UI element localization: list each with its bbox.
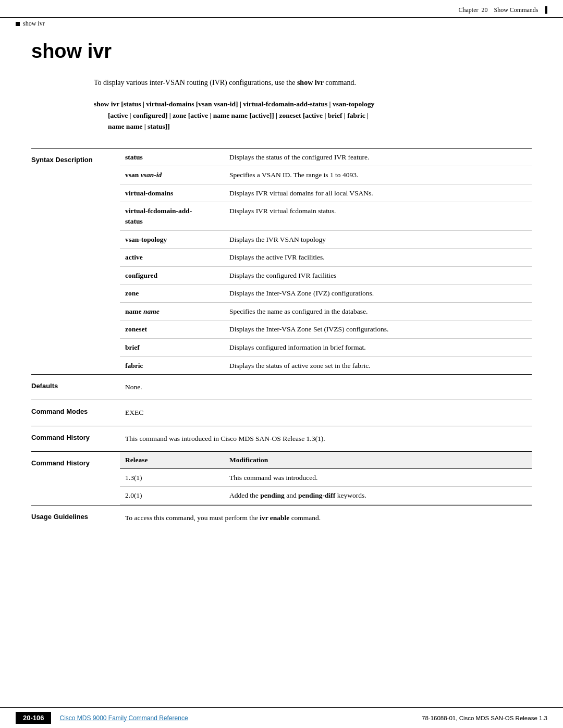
term-cell: brief (120, 338, 224, 356)
term-cell: zoneset (120, 320, 224, 339)
intro-paragraph: To display various inter-VSAN routing (I… (94, 77, 532, 88)
defaults-content: None. (120, 375, 532, 400)
term-cell: virtual-fcdomain-add-status (120, 202, 224, 230)
table-row: vsan-topology Displays the IVR VSAN topo… (120, 230, 532, 249)
usage-guidelines-command: ivr enable (260, 514, 289, 522)
command-history-simple-section: Command History This command was introdu… (31, 426, 532, 451)
desc-cell: Displays the Inter-VSA Zone (IVZ) config… (224, 285, 532, 303)
term-cell: zone (120, 285, 224, 303)
syntax-description-content: status Displays the status of the config… (120, 149, 532, 374)
syntax-description-label: Syntax Description (31, 149, 120, 374)
usage-guidelines-label: Usage Guidelines (31, 505, 120, 530)
desc-cell: Displays IVR virtual domains for all loc… (224, 184, 532, 202)
modification-cell: Added the pending and pending-diff keywo… (224, 487, 532, 505)
command-modes-content: EXEC (120, 400, 532, 425)
term-cell: vsan-topology (120, 230, 224, 249)
history-col-modification: Modification (224, 452, 532, 469)
modification-cell: This command was introduced. (224, 468, 532, 487)
breadcrumb: show ivr (0, 18, 563, 30)
term-cell: configured (120, 266, 224, 285)
page-header: Chapter 20 Show Commands ▐ (0, 0, 563, 18)
syntax-description-section: Syntax Description status Displays the s… (31, 148, 532, 374)
desc-cell: Displays IVR virtual fcdomain status. (224, 202, 532, 230)
desc-cell: Specifies a VSAN ID. The range is 1 to 4… (224, 166, 532, 184)
term-cell: vsan vsan-id (120, 166, 224, 184)
usage-guidelines-value: To access this command, you must perform… (120, 505, 532, 530)
command-modes-value: EXEC (120, 400, 532, 425)
table-row: name name Specifies the name as configur… (120, 302, 532, 320)
footer-left: 20-106 Cisco MDS 9000 Family Command Ref… (16, 712, 188, 724)
history-col-release: Release (120, 452, 224, 469)
table-row: fabric Displays the status of active zon… (120, 356, 532, 374)
term-cell: active (120, 249, 224, 267)
command-history-table-section: Command History Release Modification 1.3… (31, 451, 532, 505)
term-cell: status (120, 149, 224, 166)
table-row: configured Displays the configured IVR f… (120, 266, 532, 285)
history-table: Release Modification 1.3(1) This command… (120, 452, 532, 505)
history-table-header-row: Release Modification (120, 452, 532, 469)
desc-cell: Specifies the name as configured in the … (224, 302, 532, 320)
footer-page-number: 20-106 (16, 712, 51, 724)
defaults-label: Defaults (31, 375, 120, 400)
table-row: vsan vsan-id Specifies a VSAN ID. The ra… (120, 166, 532, 184)
term-cell: name name (120, 302, 224, 320)
main-content: show ivr To display various inter-VSAN r… (0, 30, 563, 572)
table-row: active Displays the active IVR facilitie… (120, 249, 532, 267)
desc-cell: Displays the status of the configured IV… (224, 149, 532, 166)
breadcrumb-icon (16, 22, 20, 26)
desc-cell: Displays the Inter-VSA Zone Set (IVZS) c… (224, 320, 532, 339)
syntax-block: show ivr [status | virtual-domains [vsan… (94, 98, 532, 132)
desc-cell: Displays the configured IVR facilities (224, 266, 532, 285)
command-modes-label: Command Modes (31, 400, 120, 425)
desc-cell: Displays the status of active zone set i… (224, 356, 532, 374)
table-row: virtual-domains Displays IVR virtual dom… (120, 184, 532, 202)
desc-cell: Displays the IVR VSAN topology (224, 230, 532, 249)
term-cell: fabric (120, 356, 224, 374)
usage-guidelines-section: Usage Guidelines To access this command,… (31, 505, 532, 530)
command-history-table-label: Command History (31, 452, 120, 505)
table-row: virtual-fcdomain-add-status Displays IVR… (120, 202, 532, 230)
breadcrumb-text: show ivr (23, 20, 45, 28)
command-history-simple-content: This command was introduced in Cisco MDS… (120, 426, 532, 451)
defaults-value: None. (120, 375, 532, 400)
header-chapter: Chapter 20 Show Commands ▐ (458, 6, 547, 14)
table-row: 1.3(1) This command was introduced. (120, 468, 532, 487)
footer-right: 78-16088-01, Cisco MDS SAN-OS Release 1.… (422, 715, 547, 721)
usage-guidelines-content: To access this command, you must perform… (120, 505, 532, 530)
table-row: 2.0(1) Added the pending and pending-dif… (120, 487, 532, 505)
defaults-section: Defaults None. (31, 374, 532, 400)
footer-link[interactable]: Cisco MDS 9000 Family Command Reference (59, 714, 188, 722)
command-modes-section: Command Modes EXEC (31, 400, 532, 425)
command-history-table-content: Release Modification 1.3(1) This command… (120, 452, 532, 505)
table-row: brief Displays configured information in… (120, 338, 532, 356)
page-title: show ivr (31, 40, 532, 63)
table-row: status Displays the status of the config… (120, 149, 532, 166)
command-history-simple-label: Command History (31, 426, 120, 451)
page-footer: 20-106 Cisco MDS 9000 Family Command Ref… (0, 707, 563, 728)
release-cell: 1.3(1) (120, 468, 224, 487)
table-row: zone Displays the Inter-VSA Zone (IVZ) c… (120, 285, 532, 303)
syntax-table: status Displays the status of the config… (120, 149, 532, 374)
table-row: zoneset Displays the Inter-VSA Zone Set … (120, 320, 532, 339)
intro-command: show ivr (297, 79, 324, 87)
desc-cell: Displays configured information in brief… (224, 338, 532, 356)
term-cell: virtual-domains (120, 184, 224, 202)
command-history-simple-value: This command was introduced in Cisco MDS… (120, 426, 532, 451)
release-cell: 2.0(1) (120, 487, 224, 505)
desc-cell: Displays the active IVR facilities. (224, 249, 532, 267)
